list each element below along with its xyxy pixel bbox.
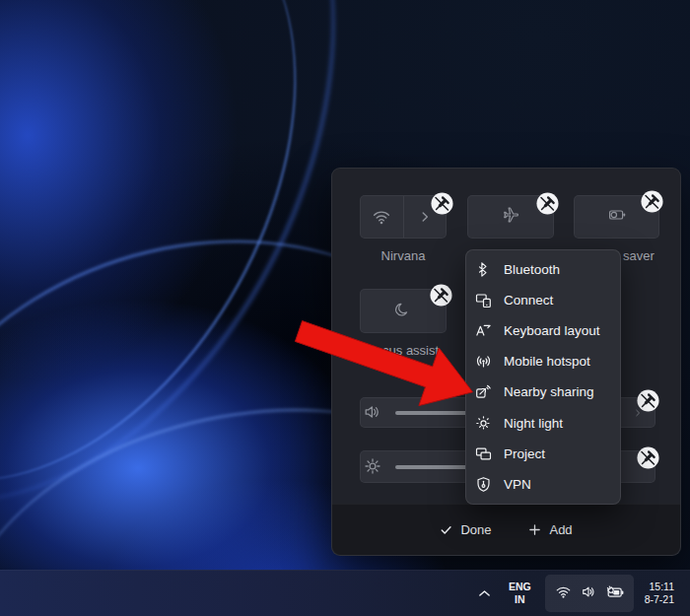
unpin-icon	[637, 446, 659, 469]
menu-item-project[interactable]: Project	[466, 439, 620, 469]
taskbar: ENG IN 15:11	[0, 570, 690, 616]
wifi-icon[interactable]	[361, 196, 403, 238]
moon-icon	[393, 300, 413, 323]
nearby-sharing-icon	[475, 383, 492, 400]
project-icon	[475, 445, 492, 462]
airplane-icon	[501, 205, 520, 229]
unpin-badge-focus-assist[interactable]	[430, 284, 452, 307]
menu-item-bluetooth[interactable]: Bluetooth	[466, 254, 620, 285]
unpin-badge-wifi[interactable]	[431, 192, 453, 215]
taskbar-clock[interactable]: 15:11 8-7-21	[644, 579, 675, 609]
plus-icon	[528, 523, 541, 536]
menu-item-night-light[interactable]: Night light	[466, 407, 620, 438]
connect-icon	[475, 292, 492, 308]
battery-saver-icon	[607, 205, 627, 229]
tile-label-focus-assist: Focus assist	[360, 342, 447, 360]
language-indicator[interactable]: ENG IN	[505, 579, 535, 608]
menu-item-nearby-sharing[interactable]: Nearby sharing	[466, 376, 620, 407]
tray-overflow-button[interactable]	[474, 585, 495, 601]
desktop: Nirvana Battery saver Focus assist	[0, 0, 690, 616]
add-button[interactable]: Add	[522, 518, 578, 541]
keyboard-layout-icon	[475, 322, 492, 339]
check-icon	[440, 523, 452, 536]
taskbar-date: 8-7-21	[645, 593, 674, 607]
mobile-hotspot-icon	[475, 353, 492, 370]
battery-charging-icon	[606, 583, 624, 604]
quick-settings-context-menu: Bluetooth Connect Keyboard layout	[465, 249, 621, 505]
bluetooth-icon	[475, 261, 492, 278]
unpin-icon	[641, 190, 663, 213]
unpin-badge-battery-saver[interactable]	[641, 190, 663, 213]
unpin-icon	[536, 192, 559, 215]
unpin-icon	[637, 389, 659, 412]
quick-settings-tray-button[interactable]	[545, 575, 634, 612]
vpn-shield-icon	[475, 476, 492, 493]
tile-label-wifi: Nirvana	[360, 247, 447, 265]
unpin-badge-brightness[interactable]	[637, 446, 659, 469]
night-light-icon	[475, 415, 492, 432]
menu-item-vpn[interactable]: VPN	[466, 469, 620, 500]
menu-item-mobile-hotspot[interactable]: Mobile hotspot	[466, 346, 620, 376]
sun-icon	[363, 456, 382, 480]
taskbar-time: 15:11	[650, 581, 675, 594]
speaker-icon	[581, 583, 597, 603]
menu-item-connect[interactable]: Connect	[466, 285, 620, 315]
unpin-icon	[430, 284, 452, 307]
speaker-icon[interactable]	[363, 402, 382, 426]
menu-item-keyboard-layout[interactable]: Keyboard layout	[466, 315, 620, 346]
wifi-icon	[555, 583, 572, 603]
unpin-badge-volume[interactable]	[637, 389, 659, 412]
unpin-icon	[431, 192, 453, 215]
chevron-up-icon	[478, 589, 491, 597]
edit-mode-footer: Done Add	[332, 504, 680, 555]
unpin-badge-airplane[interactable]	[536, 192, 559, 215]
done-button[interactable]: Done	[434, 518, 497, 541]
